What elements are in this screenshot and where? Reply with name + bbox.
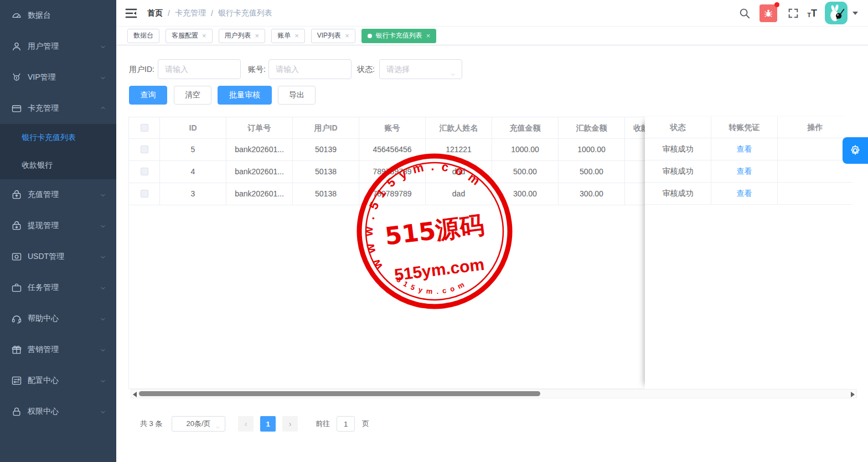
bug-report-button[interactable] [760,4,777,22]
sidebar-item-recharge[interactable]: 充值管理 [0,179,116,210]
chevron-up-icon [100,105,106,112]
chevron-down-icon [215,421,221,427]
row-checkbox[interactable] [141,190,148,198]
close-icon[interactable]: × [345,32,349,39]
admin-app: 数据台 用户管理 VIP管理 卡充管理 银行卡充值列表 收款银行 [0,0,868,462]
user-id-input[interactable] [158,59,241,79]
col-status: 状态 [645,117,711,138]
sidebar-item-label: 用户管理 [28,41,59,51]
cell-recharge-amount: 500.00 [492,161,559,183]
sidebar-item-label: 营销管理 [28,345,59,355]
tab-user-list[interactable]: 用户列表× [219,29,266,43]
breadcrumb-separator: / [211,9,213,18]
sidebar-item-card-recharge[interactable]: 卡充管理 [0,93,116,124]
col-id: ID [160,117,226,138]
sidebar-item-vip[interactable]: VIP管理 [0,62,116,93]
clear-button[interactable]: 清空 [174,86,211,105]
chevron-down-icon [100,43,106,50]
chevron-down-icon [450,66,456,72]
tab-customer-service[interactable]: 客服配置× [166,29,213,43]
current-page-button[interactable]: 1 [260,416,276,432]
page-size-value: 20条/页 [186,419,210,428]
prev-page-button[interactable]: ‹ [238,416,254,432]
tab-vip-list[interactable]: VIP列表× [311,29,355,43]
view-voucher-link[interactable]: 查看 [737,144,752,153]
tab-bank-card-list[interactable]: 银行卡充值列表× [361,29,437,43]
medal-icon [11,72,22,83]
bag-up-icon [11,189,22,200]
sidebar-item-usdt[interactable]: USDT管理 [0,241,116,272]
table-settings-button[interactable] [843,137,868,164]
horizontal-scrollbar[interactable] [131,389,857,398]
cell-account: 456456456 [359,139,426,160]
page-size-select[interactable]: 20条/页 [172,416,225,432]
sidebar-item-bank-card-list[interactable]: 银行卡充值列表 [0,124,116,152]
view-voucher-link[interactable]: 查看 [737,189,752,198]
sidebar-item-help[interactable]: 帮助中心 [0,303,116,334]
tab-label: 账单 [277,31,291,40]
settings-panel-icon [11,375,22,386]
table-row-fixed: 审核成功 查看 [645,183,852,205]
fullscreen-icon[interactable] [787,7,799,19]
chevron-down-icon [100,377,106,384]
scrollbar-thumb[interactable] [139,391,540,396]
sidebar: 数据台 用户管理 VIP管理 卡充管理 银行卡充值列表 收款银行 [0,0,116,462]
view-voucher-link[interactable]: 查看 [737,167,752,175]
scroll-left-arrow-icon[interactable] [133,392,137,397]
next-page-button[interactable]: › [282,416,298,432]
cell-operation [778,183,852,204]
chevron-down-icon[interactable] [852,12,858,15]
sidebar-item-marketing[interactable]: 营销管理 [0,334,116,365]
scroll-right-arrow-icon[interactable] [851,392,855,397]
total-count: 共 3 条 [140,416,162,432]
sidebar-item-label: USDT管理 [28,252,64,262]
sidebar-item-users[interactable]: 用户管理 [0,31,116,62]
search-icon[interactable] [738,7,751,19]
export-button[interactable]: 导出 [278,86,316,105]
headset-icon [11,313,22,324]
row-checkbox[interactable] [141,146,148,153]
sidebar-item-dashboard[interactable]: 数据台 [0,0,116,31]
row-checkbox[interactable] [141,168,148,175]
view-tabs: 数据台 客服配置× 用户列表× 账单× VIP列表× 银行卡充值列表× [116,27,868,45]
sidebar-item-config[interactable]: 配置中心 [0,365,116,396]
lock-icon [11,406,22,417]
sidebar-item-label: 提现管理 [28,221,59,231]
status-select[interactable]: 请选择 [379,59,462,79]
notification-dot [774,2,779,7]
sidebar-item-withdraw[interactable]: 提现管理 [0,210,116,241]
chevron-down-icon [100,222,106,229]
close-icon[interactable]: × [255,32,260,39]
status-badge: 审核成功 [645,138,711,160]
gear-icon [849,144,862,157]
avatar[interactable] [825,2,848,24]
close-icon[interactable]: × [294,32,299,39]
breadcrumb-item[interactable]: 卡充管理 [175,8,206,18]
dashboard-icon [11,10,22,21]
tab-label: 客服配置 [172,31,198,40]
close-icon[interactable]: × [426,32,431,39]
breadcrumb-home[interactable]: 首页 [147,8,163,18]
search-button[interactable]: 查询 [129,86,167,105]
active-tab-dot [368,34,372,38]
account-input[interactable] [268,59,352,79]
sidebar-item-tasks[interactable]: 任务管理 [0,272,116,303]
breadcrumb-item: 银行卡充值列表 [218,8,272,18]
close-icon[interactable]: × [202,32,206,39]
select-all-checkbox[interactable] [141,124,148,132]
sidebar-item-label: 配置中心 [28,376,59,386]
cell-user-id: 50138 [293,183,359,205]
account-label: 账号: [248,59,266,79]
sidebar-item-label: VIP管理 [28,72,56,82]
bank-card-icon [11,103,22,114]
goto-page-input[interactable] [337,416,355,432]
tab-bills[interactable]: 账单× [271,29,305,43]
select-placeholder: 请选择 [386,65,410,74]
sidebar-item-permissions[interactable]: 权限中心 [0,396,116,427]
font-size-icon[interactable]: TT [807,8,817,18]
sidebar-item-receiving-bank[interactable]: 收款银行 [0,152,116,179]
sidebar-fold-icon[interactable] [125,7,138,20]
batch-audit-button[interactable]: 批量审核 [218,86,272,105]
cell-remitter: 121221 [426,139,492,160]
tab-dashboard[interactable]: 数据台 [127,29,159,43]
